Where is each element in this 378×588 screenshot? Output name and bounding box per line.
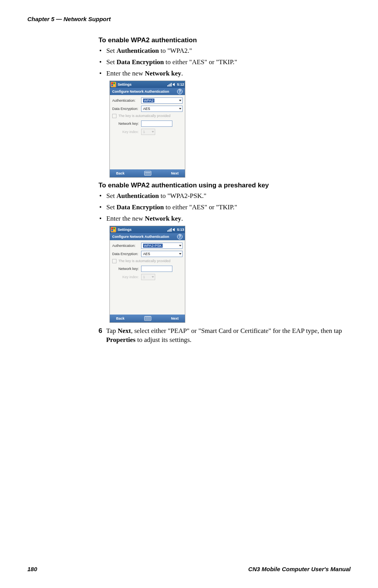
text-fragment: . (181, 70, 183, 77)
section-heading-wpa2-psk: To enable WPA2 authentication using a pr… (99, 182, 349, 189)
text-fragment: to adjust its settings. (136, 336, 192, 343)
chevron-down-icon (179, 253, 181, 255)
text-bold: Next (118, 327, 131, 334)
speaker-icon (172, 228, 176, 232)
clock-time: 5:13 (177, 228, 184, 232)
bullet-item: • Set Authentication to "WPA2." (99, 47, 349, 56)
form-row: Key index: 1 (112, 129, 183, 135)
help-icon[interactable]: ? (177, 234, 183, 239)
status-icons: 5:13 (167, 228, 184, 232)
keyindex-label: Key index: (112, 275, 141, 279)
encryption-value: AES (143, 107, 150, 111)
back-button[interactable]: Back (116, 171, 125, 175)
manual-title: CN3 Mobile Computer User's Manual (248, 566, 351, 572)
page-number: 180 (27, 566, 37, 572)
next-button[interactable]: Next (171, 171, 179, 175)
encryption-value: AES (143, 252, 150, 256)
bullet-item: • Enter the new Network key. (99, 214, 349, 223)
bullet-item: • Enter the new Network key. (99, 69, 349, 78)
form-row: Authentication: WPA2 (112, 97, 183, 104)
softkey-bar: Back Next (110, 169, 185, 177)
autokey-checkbox (112, 114, 116, 118)
bullet-dot-icon: • (99, 47, 102, 56)
svg-rect-3 (113, 85, 115, 86)
signal-icon (167, 83, 172, 86)
step-number: 6 (99, 327, 102, 336)
help-icon[interactable]: ? (177, 89, 183, 94)
form-row: Data Encryption: AES (112, 251, 183, 257)
step-text: Tap Next, select either "PEAP" or "Smart… (106, 327, 349, 345)
clock-time: 5:12 (177, 83, 184, 86)
titlebar: Settings 5:13 (110, 226, 185, 233)
start-flag-icon[interactable] (111, 227, 116, 232)
text-fragment: Set (106, 203, 116, 211)
keyboard-icon[interactable] (144, 316, 151, 321)
text-fragment: Enter the new (106, 70, 145, 77)
bullet-text: Set Authentication to "WPA2-PSK." (106, 192, 206, 201)
svg-rect-2 (111, 85, 113, 86)
page-title-bar: Configure Network Authentication ? (110, 233, 185, 240)
encryption-label: Data Encryption: (112, 107, 141, 111)
auth-select[interactable]: WPA2-PSK (141, 243, 183, 249)
text-bold: Data Encryption (116, 58, 164, 66)
text-fragment: Tap (106, 327, 118, 334)
bullet-text: Enter the new Network key. (106, 214, 183, 223)
bullet-item: • Set Data Encryption to either "AES" or… (99, 58, 349, 67)
main-content: To enable WPA2 authentication • Set Auth… (99, 33, 349, 345)
keyindex-label: Key index: (112, 130, 141, 134)
svg-rect-4 (111, 228, 113, 229)
netkey-input[interactable] (141, 266, 172, 272)
auth-label: Authentication: (112, 99, 141, 102)
form-row: Key index: 1 (112, 274, 183, 280)
bullet-dot-icon: • (99, 192, 102, 201)
bullet-text: Enter the new Network key. (106, 69, 183, 78)
chevron-down-icon (179, 100, 181, 101)
section-heading-wpa2: To enable WPA2 authentication (99, 36, 349, 44)
auth-label: Authentication: (112, 244, 141, 248)
keyindex-value: 1 (143, 130, 145, 134)
text-fragment: Set (106, 58, 116, 66)
svg-rect-1 (113, 83, 115, 84)
auth-value: WPA2-PSK (143, 244, 163, 248)
speaker-icon (172, 83, 176, 86)
screenshot-wpa2: Settings 5:12 Configure Network Authenti… (109, 81, 185, 178)
chevron-down-icon (152, 276, 154, 278)
bullet-text: Set Authentication to "WPA2." (106, 47, 192, 56)
text-bold: Network key (145, 70, 181, 77)
page-title: Configure Network Authentication (112, 90, 169, 94)
svg-rect-0 (111, 83, 113, 84)
keyboard-icon[interactable] (144, 171, 151, 176)
form-row: Network key: (112, 266, 183, 272)
svg-rect-7 (113, 230, 115, 231)
form-row: Network key: (112, 120, 183, 127)
next-button[interactable]: Next (171, 316, 179, 320)
form-body: Authentication: WPA2-PSK Data Encryption… (110, 240, 185, 315)
netkey-input[interactable] (141, 120, 172, 127)
bullet-dot-icon: • (99, 69, 102, 78)
text-fragment: to either "AES" or "TKIP." (164, 203, 237, 211)
bullet-item: • Set Data Encryption to either "AES" or… (99, 203, 349, 212)
auth-value: WPA2 (143, 99, 154, 102)
text-fragment: Set (106, 47, 116, 54)
back-button[interactable]: Back (116, 316, 125, 320)
chevron-down-icon (152, 131, 154, 133)
page-title-bar: Configure Network Authentication ? (110, 88, 185, 95)
text-bold: Authentication (116, 192, 159, 200)
auth-select[interactable]: WPA2 (141, 97, 183, 104)
softkey-bar: Back Next (110, 315, 185, 322)
encryption-select[interactable]: AES (141, 106, 183, 112)
bullet-dot-icon: • (99, 58, 102, 67)
encryption-select[interactable]: AES (141, 251, 183, 257)
status-icons: 5:12 (167, 83, 184, 86)
encryption-label: Data Encryption: (112, 252, 141, 256)
text-fragment: to "WPA2-PSK." (159, 192, 206, 200)
netkey-label: Network key: (112, 267, 141, 271)
bullet-dot-icon: • (99, 214, 102, 223)
chevron-down-icon (179, 245, 181, 246)
form-row: Authentication: WPA2-PSK (112, 243, 183, 249)
form-row: Data Encryption: AES (112, 106, 183, 112)
start-flag-icon[interactable] (111, 82, 116, 87)
text-bold: Network key (145, 215, 181, 222)
keyindex-value: 1 (143, 275, 145, 279)
text-fragment: to "WPA2." (159, 47, 192, 54)
